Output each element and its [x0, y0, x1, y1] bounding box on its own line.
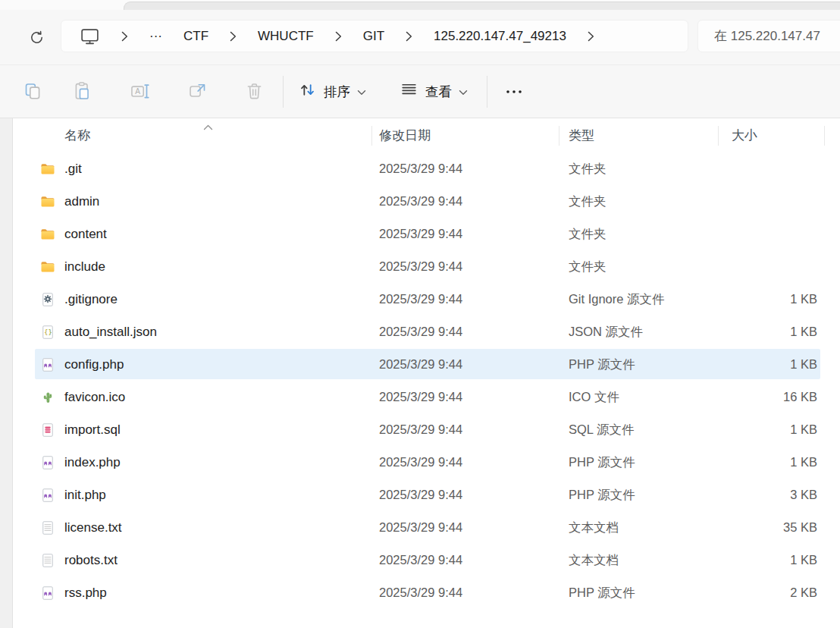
file-date-modified: 2025/3/29 9:44 — [379, 413, 462, 446]
left-gutter — [0, 118, 13, 628]
file-type: ICO 文件 — [569, 381, 619, 413]
file-row[interactable]: favicon.ico 2025/3/29 9:44 ICO 文件 16 KB — [14, 381, 840, 413]
file-date-modified: 2025/3/29 9:44 — [379, 511, 462, 544]
column-header-date[interactable]: 修改日期 — [379, 118, 431, 152]
file-row[interactable]: robots.txt 2025/3/29 9:44 文本文档 1 KB — [14, 544, 840, 576]
file-name: admin — [64, 185, 99, 218]
view-button[interactable]: 查看 — [391, 74, 476, 109]
column-header-size[interactable]: 大小 — [732, 118, 757, 152]
file-row[interactable]: include 2025/3/29 9:44 文件夹 — [14, 250, 840, 283]
more-options-button[interactable] — [497, 74, 531, 109]
folder-icon — [40, 218, 55, 250]
folder-icon — [40, 185, 55, 218]
txt-icon — [40, 544, 55, 576]
file-row[interactable]: rss.php 2025/3/29 9:44 PHP 源文件 2 KB — [14, 576, 840, 609]
file-size — [718, 152, 817, 185]
file-size: 1 KB — [718, 544, 817, 576]
file-type: 文件夹 — [569, 218, 606, 250]
file-date-modified: 2025/3/29 9:44 — [379, 479, 462, 511]
file-row[interactable]: {} auto_install.json 2025/3/29 9:44 JSON… — [14, 316, 840, 348]
chevron-right-icon — [406, 31, 412, 42]
file-name: favicon.ico — [64, 381, 125, 413]
file-size: 16 KB — [718, 381, 817, 413]
sql-icon — [40, 413, 55, 446]
file-type: PHP 源文件 — [569, 348, 635, 381]
file-size — [718, 185, 817, 218]
cactus-icon — [40, 381, 55, 413]
breadcrumb-overflow-button[interactable]: ··· — [149, 29, 162, 44]
file-type: 文本文档 — [569, 511, 619, 544]
file-size: 1 KB — [718, 283, 817, 316]
file-explorer-window: ··· CTFWHUCTFGIT125.220.147.47_49213 在 1… — [0, 0, 840, 628]
file-rows: .git 2025/3/29 9:44 文件夹 admin 2025/3/29 … — [14, 152, 840, 609]
folder-icon — [40, 152, 55, 185]
file-name: config.php — [64, 348, 124, 381]
breadcrumb-item[interactable]: 125.220.147.47_49213 — [434, 29, 566, 44]
json-icon: {} — [40, 316, 55, 348]
chevron-right-icon — [335, 31, 342, 42]
column-divider — [718, 126, 719, 146]
file-name: auto_install.json — [64, 316, 157, 348]
php-icon — [40, 479, 55, 511]
chevron-right-icon — [230, 31, 237, 42]
sort-arrows-icon — [298, 80, 317, 103]
file-name: robots.txt — [64, 544, 118, 576]
file-row[interactable]: init.php 2025/3/29 9:44 PHP 源文件 3 KB — [14, 479, 840, 511]
share-button[interactable] — [180, 74, 215, 109]
breadcrumb-item[interactable]: CTF — [183, 29, 208, 44]
file-row[interactable]: config.php 2025/3/29 9:44 PHP 源文件 1 KB — [14, 348, 840, 381]
file-row[interactable]: .git 2025/3/29 9:44 文件夹 — [14, 152, 840, 185]
file-row[interactable]: content 2025/3/29 9:44 文件夹 — [14, 218, 840, 250]
rename-button[interactable]: A — [122, 74, 157, 109]
php-icon — [40, 446, 55, 479]
view-button-label: 查看 — [425, 83, 452, 101]
file-row[interactable]: license.txt 2025/3/29 9:44 文本文档 35 KB — [14, 511, 840, 544]
txt-icon — [40, 511, 55, 544]
column-header-name[interactable]: 名称 — [64, 118, 90, 152]
file-type: Git Ignore 源文件 — [569, 283, 665, 316]
paste-button[interactable] — [64, 74, 99, 109]
file-type: PHP 源文件 — [569, 446, 635, 479]
file-row[interactable]: .gitignore 2025/3/29 9:44 Git Ignore 源文件… — [14, 283, 840, 316]
copy-button[interactable] — [15, 74, 50, 109]
file-date-modified: 2025/3/29 9:44 — [379, 283, 462, 316]
file-size: 1 KB — [718, 316, 817, 348]
address-breadcrumb-field[interactable]: ··· CTFWHUCTFGIT125.220.147.47_49213 — [61, 20, 688, 52]
file-type: 文件夹 — [569, 152, 606, 185]
tab-strip — [0, 0, 840, 10]
file-date-modified: 2025/3/29 9:44 — [379, 446, 462, 479]
tab-remnant — [124, 2, 840, 10]
file-size: 35 KB — [718, 511, 817, 544]
file-name: init.php — [64, 479, 106, 511]
chevron-down-icon — [357, 83, 366, 99]
file-date-modified: 2025/3/29 9:44 — [379, 576, 462, 609]
file-size: 1 KB — [718, 446, 817, 479]
chevron-right-icon — [121, 31, 128, 42]
file-date-modified: 2025/3/29 9:44 — [379, 348, 462, 381]
search-box[interactable]: 在 125.220.147.47 — [697, 20, 840, 52]
sort-button[interactable]: 排序 — [290, 74, 375, 109]
file-row[interactable]: import.sql 2025/3/29 9:44 SQL 源文件 1 KB — [14, 413, 840, 446]
file-row[interactable]: index.php 2025/3/29 9:44 PHP 源文件 1 KB — [14, 446, 840, 479]
file-date-modified: 2025/3/29 9:44 — [379, 381, 462, 413]
file-size: 1 KB — [718, 348, 817, 381]
file-type: 文件夹 — [569, 250, 606, 283]
column-header-type[interactable]: 类型 — [569, 118, 594, 152]
breadcrumb-item[interactable]: GIT — [363, 29, 384, 44]
chevron-right-icon — [588, 31, 594, 42]
file-row[interactable]: admin 2025/3/29 9:44 文件夹 — [14, 185, 840, 218]
delete-button[interactable] — [237, 74, 271, 109]
breadcrumb: CTFWHUCTFGIT125.220.147.47_49213 — [183, 29, 594, 44]
file-name: index.php — [64, 446, 121, 479]
chevron-down-icon — [459, 83, 468, 99]
command-toolbar: A 排序 查看 — [0, 64, 840, 118]
file-type: SQL 源文件 — [569, 413, 635, 446]
file-type: PHP 源文件 — [569, 479, 635, 511]
refresh-button[interactable] — [23, 25, 50, 49]
file-type: 文本文档 — [569, 544, 619, 576]
column-header-row: 名称 修改日期 类型 大小 — [14, 118, 840, 152]
file-name: include — [64, 250, 105, 283]
breadcrumb-item[interactable]: WHUCTF — [258, 29, 314, 44]
column-divider — [371, 126, 372, 146]
file-size — [718, 218, 817, 250]
